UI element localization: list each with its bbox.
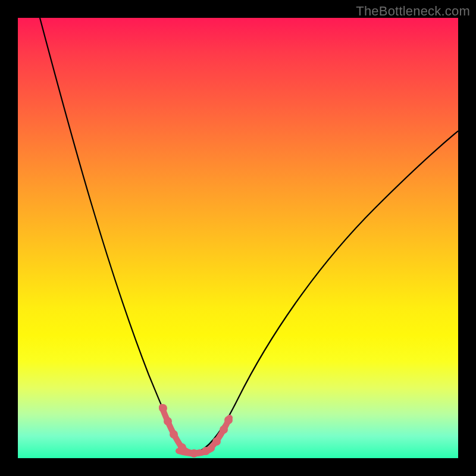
highlight-dot [164,417,172,425]
chart-svg [18,18,458,458]
highlight-dot [202,447,210,455]
highlight-dot [212,437,221,446]
bottleneck-curve [40,18,458,452]
watermark-text: TheBottleneck.com [356,4,470,19]
highlight-dot [224,416,233,424]
chart-frame: TheBottleneck.com [0,0,476,476]
highlight-dot [178,443,186,452]
highlight-dot [159,404,167,412]
highlight-dot [190,449,198,458]
plot-area [18,18,458,458]
highlight-dot [220,425,228,434]
highlight-dot [170,430,178,439]
